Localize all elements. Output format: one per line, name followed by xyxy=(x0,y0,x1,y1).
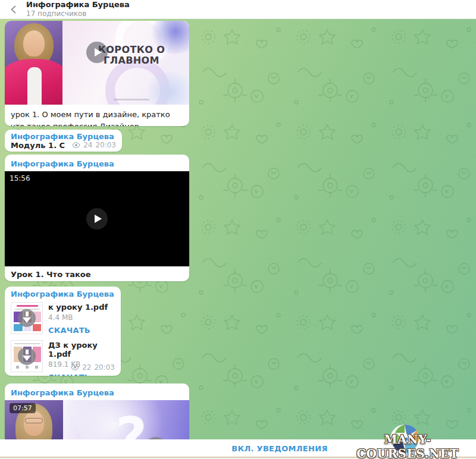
video-duration: 15:56 xyxy=(10,174,30,183)
message-caption: Урок 1. Что такое инфографика? Карточка … xyxy=(5,266,189,281)
download-link[interactable]: СКАЧАТЬ xyxy=(48,326,108,335)
message-text-1: Инфографика Бурцева Модуль 1. С чего нач… xyxy=(5,130,122,152)
back-button[interactable] xyxy=(5,2,23,17)
caption-text: урок 1. О моем пути в дизайне, кратко чт… xyxy=(11,110,170,126)
telegram-channel-window: Инфографика Бурцева 17 подписчиков КОРОТ… xyxy=(0,0,476,459)
presenter-photo xyxy=(5,21,62,105)
chat-header[interactable]: Инфографика Бурцева 17 подписчиков xyxy=(0,0,476,19)
play-button[interactable] xyxy=(86,208,108,230)
views-count: 22 xyxy=(82,363,91,372)
message-meta: 22 20:03 xyxy=(71,363,115,372)
caption-text: Урок 1. Что такое инфографика? Карточка … xyxy=(11,269,134,281)
message-caption: урок 1. О моем пути в дизайне, кратко чт… xyxy=(5,105,189,126)
thumbnail-watermark xyxy=(114,99,149,100)
channel-name-link[interactable]: Инфографика Бурцева xyxy=(11,388,114,397)
message-meta: 24 20:03 xyxy=(72,141,116,149)
bottom-action-bar: ВКЛ. УВЕДОМЛЕНИЯ xyxy=(0,439,476,457)
video-thumbnail-1[interactable]: КОРОТКО О ГЛАВНОМ xyxy=(5,21,189,105)
views-eye-icon xyxy=(71,364,79,370)
thumbnail-art: КОРОТКО О ГЛАВНОМ xyxy=(62,21,189,105)
message-meta: 24 20:03 xyxy=(139,281,183,281)
enable-notifications-button[interactable]: ВКЛ. УВЕДОМЛЕНИЯ xyxy=(231,444,327,452)
video-thumbnail-2[interactable]: 15:56 xyxy=(5,171,189,266)
video-duration-badge: 07:57 xyxy=(10,403,36,413)
message-time: 20:03 xyxy=(95,141,116,149)
message-files: Инфографика Бурцева к уроку 1.pdf 4.4 MB… xyxy=(5,287,121,376)
file-name: ДЗ к уроку 1.pdf xyxy=(48,341,115,359)
arrow-left-icon xyxy=(9,5,18,14)
file-size: 4.4 MB xyxy=(48,313,108,322)
views-count: 24 xyxy=(151,281,159,281)
channel-name-link[interactable]: Инфографика Бурцева xyxy=(11,159,114,168)
channel-name-link[interactable]: Инфографика Бурцева xyxy=(11,132,116,141)
play-icon xyxy=(95,48,102,56)
views-count: 24 xyxy=(83,141,92,149)
play-button[interactable] xyxy=(86,42,108,63)
message-video-1: КОРОТКО О ГЛАВНОМ урок 1. О моем пути в … xyxy=(5,21,189,126)
chat-subscribers: 17 подписчиков xyxy=(26,10,130,18)
file-thumbnail[interactable] xyxy=(11,340,43,372)
file-thumbnail[interactable] xyxy=(11,302,43,334)
play-icon xyxy=(95,215,102,223)
views-eye-icon xyxy=(72,142,80,148)
download-link[interactable]: СКАЧАТЬ xyxy=(48,373,115,376)
download-icon xyxy=(18,347,36,365)
chat-header-info[interactable]: Инфографика Бурцева 17 подписчиков xyxy=(26,1,130,18)
message-time: 20:03 xyxy=(162,281,183,281)
file-item[interactable]: к уроку 1.pdf 4.4 MB СКАЧАТЬ xyxy=(11,302,115,335)
message-time: 20:03 xyxy=(94,363,115,372)
file-name: к уроку 1.pdf xyxy=(48,303,108,312)
message-video-2: Инфографика Бурцева 15:56 Урок 1. Что та… xyxy=(5,155,189,281)
channel-name-link[interactable]: Инфографика Бурцева xyxy=(11,290,115,298)
message-text: Модуль 1. С чего начать? xyxy=(11,141,66,152)
chat-title: Инфографика Бурцева xyxy=(26,1,130,10)
download-icon xyxy=(18,309,36,327)
